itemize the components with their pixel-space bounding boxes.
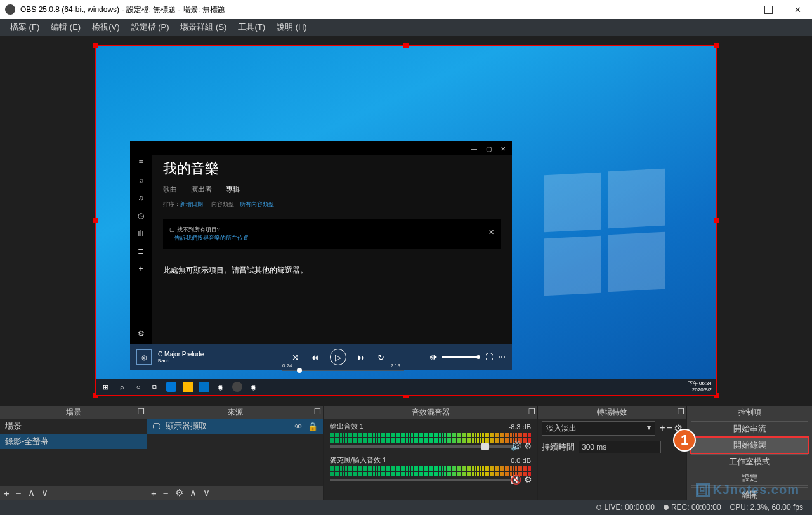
groove-icon: ◉: [249, 382, 259, 392]
menu-help[interactable]: 說明 (H): [272, 20, 312, 34]
controls-title: 控制項: [738, 407, 761, 418]
explorer-icon: [183, 382, 193, 392]
chrome-icon: ◉: [216, 382, 226, 392]
resize-handle[interactable]: [714, 43, 719, 48]
transitions-title: 轉場特效: [597, 407, 627, 418]
minimize-icon: —: [471, 145, 477, 152]
preview-area[interactable]: — ▢ ✕ ≡ ⌕ ♫ ◷ ılı ≣ + ⚙ 我的音樂 歌: [0, 36, 812, 406]
scene-item[interactable]: 錄影-全螢幕: [0, 434, 147, 449]
next-icon: ⏭: [358, 353, 366, 362]
docks: 場景❐ 場景 錄影-全螢幕 + − ∧ ∨ 來源❐ 🖵 顯示器擷取 👁 🔒 + …: [0, 406, 812, 500]
more-icon: ⋯: [498, 353, 506, 362]
visibility-toggle[interactable]: 👁: [294, 422, 303, 431]
volume-slider[interactable]: [330, 445, 514, 448]
add-transition-button[interactable]: +: [659, 422, 665, 434]
start-icon: ⊞: [100, 382, 110, 392]
preview-canvas[interactable]: — ▢ ✕ ≡ ⌕ ♫ ◷ ılı ≣ + ⚙ 我的音樂 歌: [95, 45, 717, 396]
music-sort-row: 排序：新增日期 內容類型：所有內容類型: [163, 200, 501, 209]
speaker-icon[interactable]: 🔊: [511, 441, 521, 451]
tab-artists: 演出者: [191, 185, 212, 194]
prev-icon: ⏮: [310, 353, 318, 362]
resize-handle[interactable]: [714, 218, 719, 223]
transition-select[interactable]: 淡入淡出▾: [542, 421, 655, 436]
popout-icon[interactable]: ❐: [314, 407, 321, 416]
status-rec: REC: 00:00:00: [671, 503, 721, 512]
lock-toggle[interactable]: 🔒: [308, 422, 318, 431]
tab-albums: 專輯: [226, 185, 240, 194]
duration-input[interactable]: [579, 441, 661, 453]
scene-item[interactable]: 場景: [0, 419, 147, 434]
resize-handle[interactable]: [93, 43, 98, 48]
source-item[interactable]: 🖵 顯示器擷取 👁 🔒: [147, 419, 323, 434]
source-up-button[interactable]: ∧: [190, 487, 197, 499]
annotation-badge: 1: [673, 429, 696, 452]
status-cpu: CPU: 2.3%, 60.00 fps: [730, 503, 803, 512]
resize-handle[interactable]: [403, 43, 409, 48]
taskview-icon: ⧉: [150, 382, 160, 392]
menu-tools[interactable]: 工具(T): [233, 20, 270, 34]
source-settings-button[interactable]: ⚙: [175, 487, 183, 499]
source-down-button[interactable]: ∨: [203, 487, 210, 499]
menu-edit[interactable]: 編輯 (E): [46, 20, 86, 34]
window-maximize-button[interactable]: [754, 0, 783, 19]
gear-icon[interactable]: ⚙: [524, 474, 532, 485]
popout-icon[interactable]: ❐: [678, 407, 684, 416]
maximize-icon: ▢: [486, 145, 492, 152]
clock-icon: ◷: [135, 211, 147, 220]
resize-handle[interactable]: [93, 218, 98, 223]
scenes-title: 場景: [66, 407, 81, 418]
search-icon: ⌕: [135, 176, 147, 185]
mute-icon[interactable]: 🔇: [511, 474, 521, 485]
music-player-bar: ◎ C Major Prelude Bach ⤨ ⏮ ▷ ⏭ ↻ 🕪 ⛶ ⋯: [130, 344, 512, 370]
window-minimize-button[interactable]: [724, 0, 754, 19]
volume-slider[interactable]: [330, 479, 514, 481]
studio-mode-button[interactable]: 工作室模式: [691, 454, 808, 469]
obs-taskbar-icon: [232, 382, 242, 392]
remove-scene-button[interactable]: −: [16, 488, 22, 499]
remove-source-button[interactable]: −: [163, 488, 169, 499]
volume-meter: [330, 438, 531, 443]
popout-icon[interactable]: ❐: [138, 407, 145, 416]
start-stream-button[interactable]: 開始串流: [691, 421, 808, 436]
remove-transition-button[interactable]: −: [667, 422, 672, 434]
search-icon: ⌕: [117, 382, 127, 392]
gear-icon[interactable]: ⚙: [524, 441, 532, 451]
popout-icon[interactable]: ❐: [528, 407, 535, 416]
music-heading: 我的音樂: [163, 159, 501, 178]
menu-profile[interactable]: 設定檔 (P): [126, 20, 174, 34]
window-close-button[interactable]: [783, 0, 812, 19]
rec-indicator-icon: [664, 505, 669, 510]
window-titlebar: OBS 25.0.8 (64-bit, windows) - 設定檔: 無標題 …: [0, 0, 812, 19]
menubar: 檔案 (F) 編輯 (E) 檢視(V) 設定檔 (P) 場景群組 (S) 工具(…: [0, 19, 812, 36]
menu-file[interactable]: 檔案 (F): [5, 20, 44, 34]
add-source-button[interactable]: +: [151, 488, 157, 499]
transitions-panel: 轉場特效❐ 淡入淡出▾ + − ⚙ 持續時間: [538, 406, 687, 500]
obs-logo-icon: [5, 4, 15, 15]
windows-taskbar: ⊞ ⌕ ○ ⧉ ◉ ◉ 下午 06:34 2020/8/2: [96, 379, 716, 395]
music-app-window: — ▢ ✕ ≡ ⌕ ♫ ◷ ılı ≣ + ⚙ 我的音樂 歌: [130, 141, 512, 370]
edge-icon: [166, 382, 176, 392]
mixer-channel: 麥克風/輸入音效 10.0 dB 🔇⚙: [325, 453, 536, 487]
close-icon: ✕: [488, 228, 494, 237]
plus-icon: +: [135, 264, 147, 273]
music-empty-message: 此處無可顯示項目。請嘗試其他的篩選器。: [163, 249, 501, 292]
settings-button[interactable]: 設定: [691, 471, 808, 486]
equalizer-icon: ılı: [135, 229, 147, 238]
track-position: 0:24: [282, 363, 292, 368]
mail-icon: [199, 382, 209, 392]
exit-button[interactable]: 離開: [691, 487, 808, 500]
live-indicator-icon: [596, 505, 601, 510]
duration-label: 持續時間: [542, 441, 575, 453]
playlist-icon: ≣: [135, 247, 147, 256]
status-live: LIVE: 00:00:00: [604, 503, 654, 512]
mixer-channel: 輸出音效 1-8.3 dB 🔊⚙: [325, 420, 536, 453]
play-icon: ▷: [330, 349, 346, 365]
sources-title: 來源: [228, 407, 243, 418]
start-record-button[interactable]: 開始錄製: [691, 438, 808, 453]
scene-up-button[interactable]: ∧: [28, 487, 35, 499]
scene-down-button[interactable]: ∨: [41, 487, 48, 499]
add-scene-button[interactable]: +: [4, 488, 10, 499]
menu-view[interactable]: 檢視(V): [87, 20, 124, 34]
taskbar-clock: 下午 06:34 2020/8/2: [688, 381, 712, 393]
menu-scene-collection[interactable]: 場景群組 (S): [175, 20, 232, 34]
